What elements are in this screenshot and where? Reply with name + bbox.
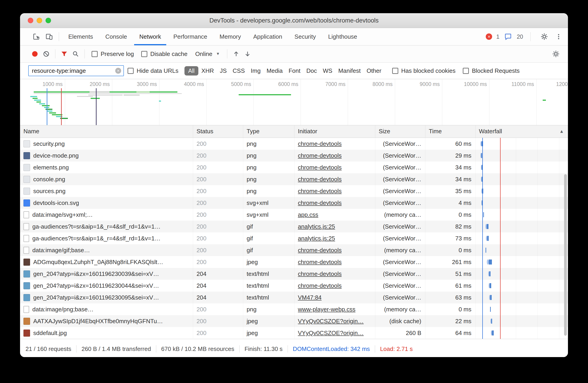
- column-header-waterfall[interactable]: Waterfall ▲: [476, 125, 568, 138]
- checkbox[interactable]: [392, 68, 398, 74]
- filter-pill-css[interactable]: CSS: [230, 66, 248, 76]
- waterfall-cell: [476, 232, 568, 244]
- initiator-link[interactable]: VYyQv0CSZOE?origin…: [298, 329, 364, 336]
- table-row[interactable]: data:image/png;base…200pngwww-player-web…: [20, 303, 568, 315]
- initiator-link[interactable]: www-player-webp.css: [298, 306, 356, 313]
- divider: [239, 345, 240, 353]
- filter-pill-doc[interactable]: Doc: [303, 66, 320, 76]
- tab-lighthouse[interactable]: Lighthouse: [322, 28, 363, 45]
- device-toolbar-icon[interactable]: [43, 30, 56, 43]
- initiator-link[interactable]: chrome-devtools: [298, 188, 342, 194]
- hide-data-urls-checkbox[interactable]: Hide data URLs: [127, 67, 179, 74]
- checkbox[interactable]: [463, 68, 469, 74]
- table-row[interactable]: ga-audiences?t=sr&aip=1&_r=4&slf_rd=1&v=…: [20, 221, 568, 232]
- column-header-size[interactable]: Size: [375, 125, 425, 138]
- throttling-dropdown[interactable]: Online ▼: [195, 51, 220, 57]
- column-header-name[interactable]: Name: [20, 125, 193, 138]
- initiator-link[interactable]: chrome-devtools: [298, 247, 342, 254]
- table-row[interactable]: gen_204?atyp=i&zx=1601196230044&sei=xV…2…: [20, 280, 568, 292]
- has-blocked-cookies-label[interactable]: Has blocked cookies: [401, 67, 456, 74]
- initiator-link[interactable]: app.css: [298, 211, 318, 218]
- column-header-initiator[interactable]: Initiator: [294, 125, 375, 138]
- initiator-link[interactable]: chrome-devtools: [298, 270, 342, 277]
- filter-funnel-icon[interactable]: [59, 48, 70, 59]
- filter-pill-manifest[interactable]: Manifest: [335, 66, 363, 76]
- preserve-log-checkbox[interactable]: Preserve log: [92, 51, 134, 57]
- timeline-tick-label: 3000 ms: [116, 81, 157, 87]
- initiator-link[interactable]: VYyQv0CSZOE?origin…: [298, 318, 364, 325]
- initiator-link[interactable]: chrome-devtools: [298, 199, 342, 206]
- blocked-requests-label[interactable]: Blocked Requests: [472, 67, 520, 74]
- record-button[interactable]: [29, 48, 41, 59]
- tab-performance[interactable]: Performance: [167, 28, 213, 45]
- checkbox[interactable]: [92, 51, 98, 57]
- filter-pill-xhr[interactable]: XHR: [198, 66, 217, 76]
- table-row[interactable]: sources.png200pngchrome-devtools(Service…: [20, 185, 568, 197]
- table-row[interactable]: devtools-icon.svg200svg+xmlchrome-devtoo…: [20, 197, 568, 209]
- kebab-menu-icon[interactable]: [555, 30, 563, 43]
- filter-pill-img[interactable]: Img: [248, 66, 263, 76]
- filter-pill-js[interactable]: JS: [217, 66, 230, 76]
- tab-application[interactable]: Application: [247, 28, 288, 45]
- initiator-link[interactable]: analytics.js:25: [298, 235, 335, 242]
- column-header-time[interactable]: Time: [425, 125, 476, 138]
- table-row[interactable]: ADGmqu8qexLZuhphT_0Aj88Ng8riLFKASQlslt…2…: [20, 256, 568, 268]
- export-har-icon[interactable]: [242, 48, 253, 59]
- initiator-link[interactable]: chrome-devtools: [298, 164, 342, 171]
- table-row[interactable]: elements.png200pngchrome-devtools(Servic…: [20, 161, 568, 173]
- tab-memory[interactable]: Memory: [213, 28, 247, 45]
- disable-cache-checkbox[interactable]: Disable cache: [141, 51, 188, 57]
- table-row[interactable]: data:image/gif;base…200gifchrome-devtool…: [20, 244, 568, 256]
- filter-input[interactable]: [28, 65, 124, 76]
- checkbox[interactable]: [127, 68, 134, 74]
- column-header-status[interactable]: Status: [193, 125, 243, 138]
- table-row[interactable]: data:image/svg+xml;…200svg+xmlapp.css(me…: [20, 209, 568, 221]
- filter-pill-all[interactable]: All: [185, 66, 199, 76]
- tab-elements[interactable]: Elements: [62, 28, 99, 45]
- column-header-type[interactable]: Type: [243, 125, 294, 138]
- request-name: sources.png: [33, 185, 65, 197]
- network-overview-timeline[interactable]: 1000 ms2000 ms3000 ms4000 ms5000 ms6000 …: [20, 79, 568, 125]
- clear-filter-icon[interactable]: ×: [115, 68, 121, 74]
- filter-pill-other[interactable]: Other: [364, 66, 384, 76]
- titlebar[interactable]: DevTools - developers.google.com/web/too…: [20, 13, 568, 28]
- import-har-icon[interactable]: [231, 48, 242, 59]
- initiator-link[interactable]: chrome-devtools: [298, 152, 342, 159]
- blocked-requests-checkbox[interactable]: Blocked Requests: [463, 67, 520, 74]
- issues-bubble-icon[interactable]: [504, 30, 513, 43]
- initiator-link[interactable]: chrome-devtools: [298, 259, 342, 266]
- vertical-scrollbar-thumb[interactable]: [564, 174, 567, 336]
- initiator-link[interactable]: chrome-devtools: [298, 140, 342, 147]
- filter-pill-media[interactable]: Media: [263, 66, 286, 76]
- preserve-log-label[interactable]: Preserve log: [101, 51, 134, 57]
- inspect-element-icon[interactable]: [30, 30, 43, 43]
- table-row[interactable]: security.png200pngchrome-devtools(Servic…: [20, 138, 568, 150]
- clear-button[interactable]: [41, 48, 52, 59]
- tab-console[interactable]: Console: [99, 28, 133, 45]
- has-blocked-cookies-checkbox[interactable]: Has blocked cookies: [392, 67, 456, 74]
- table-row[interactable]: ga-audiences?t=sr&aip=1&_r=4&slf_rd=1&v=…: [20, 232, 568, 244]
- checkbox[interactable]: [141, 51, 147, 57]
- overview-bar: [124, 95, 140, 96]
- error-badge-icon[interactable]: ×: [486, 33, 492, 40]
- tab-security[interactable]: Security: [288, 28, 322, 45]
- initiator-link[interactable]: analytics.js:25: [298, 223, 335, 230]
- initiator-link[interactable]: chrome-devtools: [298, 176, 342, 183]
- network-settings-gear-icon[interactable]: [550, 48, 562, 59]
- settings-gear-icon[interactable]: [538, 30, 551, 43]
- initiator-link[interactable]: VM47:84: [298, 294, 322, 301]
- filter-pill-font[interactable]: Font: [286, 66, 303, 76]
- table-row[interactable]: gen_204?atyp=i&zx=1601196230095&sei=xV…2…: [20, 292, 568, 303]
- disable-cache-label[interactable]: Disable cache: [150, 51, 188, 57]
- table-row[interactable]: device-mode.png200pngchrome-devtools(Ser…: [20, 150, 568, 161]
- search-icon[interactable]: [70, 48, 81, 59]
- initiator-link[interactable]: chrome-devtools: [298, 282, 342, 289]
- filter-pill-ws[interactable]: WS: [320, 66, 336, 76]
- tab-network[interactable]: Network: [133, 28, 167, 45]
- hide-data-urls-label[interactable]: Hide data URLs: [137, 67, 179, 74]
- table-row[interactable]: sddefault.jpg200jpegVYyQv0CSZOE?origin…2…: [20, 327, 568, 339]
- table-row[interactable]: AATXAJywSIpD1jf4EbqHXTfbe0mnyHqGFNTu…200…: [20, 315, 568, 327]
- timeline-tick-label: 11000 ms: [493, 81, 534, 87]
- table-row[interactable]: gen_204?atyp=i&zx=1601196230039&sei=xV…2…: [20, 268, 568, 280]
- table-row[interactable]: console.png200pngchrome-devtools(Service…: [20, 173, 568, 185]
